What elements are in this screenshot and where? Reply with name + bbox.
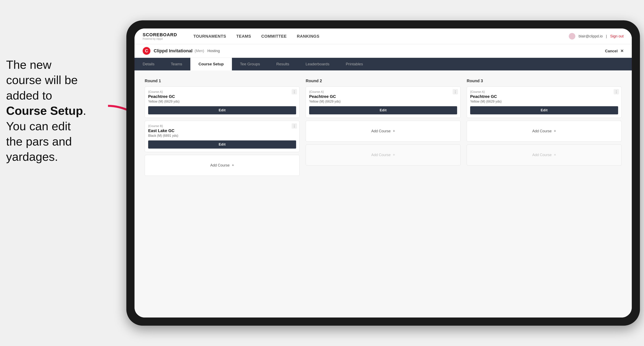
round-1-course-b-card: ⋮ (Course B) East Lake GC Black (M) (689… [145,121,300,152]
tablet-screen: SCOREBOARD Powered by clippd TOURNAMENTS… [134,28,632,318]
nav-right: blair@clippd.io | Sign out [569,33,624,39]
round-2-course-a-card: ⋮ (Course A) Peachtree GC Yellow (M) (66… [306,86,460,118]
round-3-course-a-edit[interactable]: Edit [470,106,618,114]
tournament-gender: (Men) [195,49,204,53]
round-1-course-b-details: Black (M) (6891 yds) [148,134,296,138]
rounds-container: Round 1 ⋮ (Course A) Peachtree GC Yellow… [145,79,622,179]
course-b-menu-icon[interactable]: ⋮ [292,123,297,129]
round-1-add-course-label: Add Course + [210,163,234,168]
round-2-add-course-disabled: Add Course + [306,145,460,166]
brand-title: SCOREBOARD [143,32,177,37]
round-3-course-a-details: Yellow (M) (6629 yds) [470,100,618,103]
round-1-course-a-label: (Course A) [148,90,296,93]
round-3-add-course-disabled-label: Add Course + [532,153,556,157]
nav-items: TOURNAMENTS TEAMS COMMITTEE RANKINGS [194,34,556,39]
main-content: Round 1 ⋮ (Course A) Peachtree GC Yellow… [134,70,632,318]
round-2-course-a-name: Peachtree GC [309,94,457,99]
round-2-column: Round 2 ⋮ (Course A) Peachtree GC Yellow… [306,79,460,179]
tab-details[interactable]: Details [134,58,163,70]
round-3-plus-icon: + [554,129,556,133]
round-2-title: Round 2 [306,79,460,83]
tab-course-setup[interactable]: Course Setup [190,58,232,70]
round-1-course-b-label: (Course B) [148,124,296,128]
round-3-column: Round 3 ⋮ (Course A) Peachtree GC Yellow… [467,79,622,179]
round-2-course-a-menu-icon[interactable]: ⋮ [453,89,458,94]
round-3-course-a-label: (Course A) [470,90,618,93]
round-2-add-course[interactable]: Add Course + [306,121,460,142]
course-a-menu-icon[interactable]: ⋮ [292,89,297,94]
tab-tee-groups[interactable]: Tee Groups [232,58,268,70]
round-1-plus-icon: + [232,163,234,167]
cancel-icon: ✕ [620,49,624,53]
round-2-course-a-label: (Course A) [309,90,457,93]
cancel-button[interactable]: Cancel ✕ [605,49,624,53]
round-1-course-a-card: ⋮ (Course A) Peachtree GC Yellow (M) (66… [145,86,300,118]
tab-bar: Details Teams Course Setup Tee Groups Re… [134,58,632,70]
user-email: blair@clippd.io [578,34,603,38]
round-1-column: Round 1 ⋮ (Course A) Peachtree GC Yellow… [145,79,300,179]
round-3-course-a-name: Peachtree GC [470,94,618,99]
brand: SCOREBOARD Powered by clippd [143,32,177,40]
round-1-add-course[interactable]: Add Course + [145,155,300,176]
round-1-course-b-name: East Lake GC [148,128,296,133]
round-1-course-a-name: Peachtree GC [148,94,296,99]
tournament-logo: C [143,47,150,55]
nav-rankings[interactable]: RANKINGS [297,34,320,39]
tab-teams[interactable]: Teams [163,58,190,70]
round-3-plus-disabled-icon: + [554,153,556,157]
user-avatar [569,33,575,39]
round-2-plus-icon: + [393,129,395,133]
round-3-course-a-card: ⋮ (Course A) Peachtree GC Yellow (M) (66… [467,86,622,118]
tablet: SCOREBOARD Powered by clippd TOURNAMENTS… [126,20,640,326]
top-nav: SCOREBOARD Powered by clippd TOURNAMENTS… [134,28,632,44]
tab-leaderboards[interactable]: Leaderboards [297,58,338,70]
tab-printables[interactable]: Printables [338,58,371,70]
round-2-add-course-disabled-label: Add Course + [371,153,395,157]
round-2-plus-disabled-icon: + [393,153,395,157]
round-1-course-b-edit[interactable]: Edit [148,141,296,149]
nav-separator: | [606,34,607,38]
round-3-add-course-label: Add Course + [532,129,556,133]
round-1-course-a-edit[interactable]: Edit [148,106,296,114]
round-1-course-a-details: Yellow (M) (6629 yds) [148,100,296,103]
tab-results[interactable]: Results [268,58,297,70]
tournament-name: Clippd Invitational [154,48,192,53]
round-2-course-a-edit[interactable]: Edit [309,106,457,114]
tournament-bar: C Clippd Invitational (Men) Hosting Canc… [134,44,632,58]
round-3-add-course-disabled: Add Course + [467,145,622,166]
round-3-course-a-menu-icon[interactable]: ⋮ [614,89,619,94]
nav-teams[interactable]: TEAMS [236,34,251,39]
round-2-add-course-label: Add Course + [371,129,395,133]
sign-out-link[interactable]: Sign out [610,34,624,38]
round-1-title: Round 1 [145,79,300,83]
nav-committee[interactable]: COMMITTEE [261,34,287,39]
round-3-title: Round 3 [467,79,622,83]
brand-subtitle: Powered by clippd [143,37,177,40]
round-2-course-a-details: Yellow (M) (6629 yds) [309,100,457,103]
nav-tournaments[interactable]: TOURNAMENTS [194,34,226,39]
round-3-add-course[interactable]: Add Course + [467,121,622,142]
tournament-status: Hosting [208,49,220,53]
